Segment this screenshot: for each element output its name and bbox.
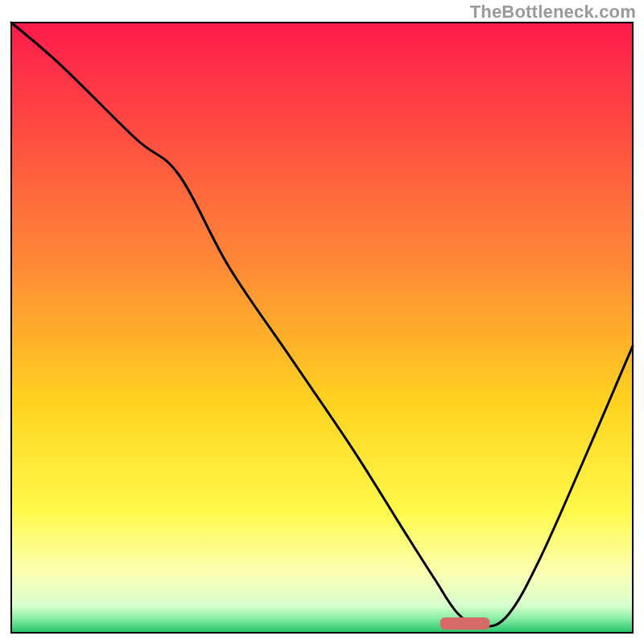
chart-canvas [0, 0, 644, 644]
optimal-marker [440, 617, 490, 630]
bottleneck-chart: TheBottleneck.com [0, 0, 644, 644]
watermark-text: TheBottleneck.com [470, 2, 636, 23]
gradient-background [11, 23, 633, 633]
